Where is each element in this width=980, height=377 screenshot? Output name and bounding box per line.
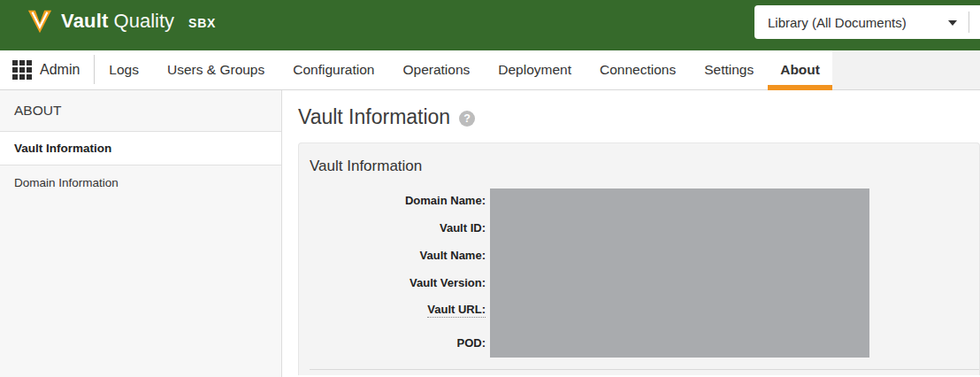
help-icon[interactable]: ? [459,111,475,127]
vault-selector-dropdown[interactable]: Library (All Documents) [754,5,980,39]
vault-selector-value: Library (All Documents) [754,15,907,30]
sidebar-item-vault-information[interactable]: Vault Information [0,132,281,165]
tab-configuration[interactable]: Configuration [279,50,388,89]
admin-menu[interactable]: Admin [0,50,80,89]
tab-operations[interactable]: Operations [388,50,484,89]
page-body: ABOUT Vault Information Domain Informati… [0,90,980,377]
field-label-vault-id: Vault ID: [310,214,486,242]
main-content: Vault Information ? Vault Information Do… [282,90,980,377]
field-label-domain-name: Domain Name: [310,187,486,214]
app-header: Vault Quality SBX Library (All Documents… [0,0,980,50]
dropdown-caret-icon [948,20,957,26]
admin-label: Admin [40,62,80,78]
field-label-vault-url: Vault URL: [310,296,486,324]
panel-divider [310,369,979,370]
tab-deployment[interactable]: Deployment [484,50,586,89]
panel-title: Vault Information [310,143,979,175]
dropdown-divider [969,12,969,33]
sidebar-section-title: ABOUT [0,90,281,132]
tab-connections[interactable]: Connections [586,50,690,89]
sidebar: ABOUT Vault Information Domain Informati… [0,90,282,377]
brand-product: Quality [114,10,174,33]
environment-badge: SBX [188,16,216,30]
field-label-vault-name: Vault Name: [310,242,486,269]
tab-about[interactable]: About [768,50,832,89]
vault-info-values-redacted [490,188,869,358]
tab-logs[interactable]: Logs [95,50,153,89]
field-label-vault-version: Vault Version: [310,269,486,296]
vault-information-panel: Vault Information Domain Name: Vault ID:… [298,142,980,375]
apps-grid-icon[interactable] [12,60,32,80]
brand-name: Vault [61,10,109,33]
tab-settings[interactable]: Settings [690,50,768,89]
brand-logo: Vault Quality SBX [27,7,216,35]
admin-navbar: Admin Logs Users & Groups Configuration … [0,50,980,90]
vault-v-icon [27,7,53,35]
tab-users-groups[interactable]: Users & Groups [153,50,279,89]
vault-info-fields: Domain Name: Vault ID: Vault Name: Vault… [310,187,979,358]
sidebar-item-domain-information[interactable]: Domain Information [0,165,281,199]
field-label-pod: POD: [310,329,486,357]
navbar-filler [832,50,980,89]
page-title: Vault Information [298,105,450,129]
